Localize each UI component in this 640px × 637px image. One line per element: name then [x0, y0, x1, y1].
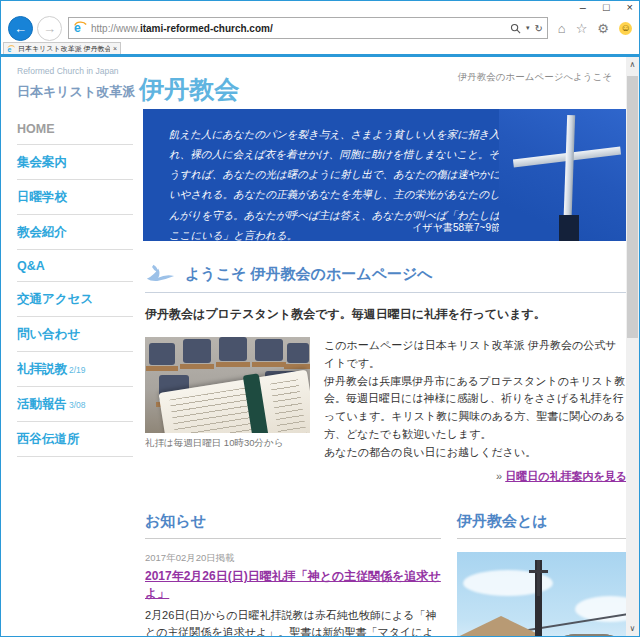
sidebar-item-sermons[interactable]: 礼拝説教2/19	[17, 352, 133, 387]
welcome-body-line1: このホームページは日本キリスト改革派 伊丹教会の公式サイトです。	[324, 337, 627, 373]
cross-photo	[499, 109, 627, 241]
about-section: 伊丹教会とは	[457, 512, 627, 637]
dove-icon	[145, 263, 175, 285]
church-roof	[457, 616, 563, 637]
back-button[interactable]: ←	[8, 16, 33, 41]
tab-bar: e 日本キリスト改革派 伊丹教会... ×	[1, 42, 639, 54]
scroll-down-icon[interactable]: ∨	[630, 621, 636, 636]
link-arrow-icon: »	[496, 470, 502, 482]
church-building-photo	[457, 552, 627, 637]
home-icon[interactable]: ⌂	[558, 21, 566, 36]
sidebar-item-meetings[interactable]: 集会案内	[17, 145, 133, 180]
main-content: 飢えた人にあなたのパンを裂き与え、さまよう貧しい人を家に招き入れ、裸の人に会えば…	[143, 109, 633, 636]
news-section: お知らせ 2017年02月20日掲載 2017年2月26日(日)日曜礼拝「神との…	[145, 512, 441, 637]
sidebar-item-contact[interactable]: 問い合わせ	[17, 317, 133, 352]
rooftop-cross	[537, 560, 540, 596]
refresh-icon[interactable]: ↻	[534, 23, 542, 34]
news-item-body: 2月26日(日)からの日曜礼拝説教は赤石純也牧師による「神との主従関係を追求せよ…	[145, 607, 441, 637]
sidebar-item-church-intro[interactable]: 教会紹介	[17, 215, 133, 250]
welcome-body: このホームページは日本キリスト改革派 伊丹教会の公式サイトです。 伊丹教会は兵庫…	[324, 337, 627, 486]
scrollbar[interactable]: ∧ ∨	[626, 57, 639, 636]
about-heading: 伊丹教会とは	[457, 512, 627, 539]
feedback-smiley-icon[interactable]: ☺	[619, 22, 632, 35]
welcome-body-line2: 伊丹教会は兵庫県伊丹市にあるプロテスタントのキリスト教会。毎週日曜日には神様に感…	[324, 373, 627, 444]
search-icon[interactable]	[510, 23, 521, 34]
sidebar-nav: HOME 集会案内 日曜学校 教会紹介 Q&A 交通アクセス 問い合わせ 礼拝説…	[1, 109, 143, 457]
verse-banner: 飢えた人にあなたのパンを裂き与え、さまよう貧しい人を家に招き入れ、裸の人に会えば…	[143, 109, 627, 241]
cross-base	[559, 215, 579, 241]
tab-title: 日本キリスト改革派 伊丹教会...	[18, 44, 110, 54]
ie-icon: e	[73, 21, 87, 35]
sidebar-item-nishitani[interactable]: 西谷伝道所	[17, 422, 133, 457]
browser-navbar: ← → e http://www.itami-reformed-church.c…	[1, 14, 639, 42]
scrollbar-thumb[interactable]	[627, 76, 638, 338]
news-item-link[interactable]: 2017年2月26日(日)日曜礼拝「神との主従関係を追求せよ」	[145, 568, 441, 602]
bible-photo-caption: 礼拝は毎週日曜日 10時30分から	[145, 437, 310, 450]
intro-bold-text: 伊丹教会はプロテスタント教会です。毎週日曜日に礼拝を行っています。	[145, 306, 627, 323]
page-viewport: ∧ ∨ Reformed Church in Japan 日本キリスト改革派伊丹…	[1, 57, 639, 636]
tab-close-icon[interactable]: ×	[113, 45, 117, 52]
search-dropdown-icon[interactable]: ▾	[526, 24, 530, 32]
favorites-star-icon[interactable]: ☆	[576, 21, 588, 36]
site-logo[interactable]: Reformed Church in Japan 日本キリスト改革派伊丹教会	[17, 67, 239, 102]
sidebar-item-sunday-school[interactable]: 日曜学校	[17, 180, 133, 215]
settings-gear-icon[interactable]: ⚙	[597, 21, 609, 36]
site-header: Reformed Church in Japan 日本キリスト改革派伊丹教会 伊…	[1, 57, 626, 109]
news-heading: お知らせ	[145, 512, 441, 539]
welcome-heading: ようこそ 伊丹教会のホームページへ	[185, 265, 433, 284]
logo-denomination: 日本キリスト改革派	[17, 84, 135, 99]
chair-shape	[149, 343, 175, 365]
close-button[interactable]: ×	[627, 1, 633, 14]
ie-tab-icon: e	[7, 45, 15, 53]
url-text: http://www.itami-reformed-church.com/	[91, 23, 510, 34]
news-item: 2017年02月20日掲載 2017年2月26日(日)日曜礼拝「神との主従関係を…	[145, 552, 441, 637]
window-titlebar: – □ ×	[1, 1, 639, 14]
address-bar[interactable]: e http://www.itami-reformed-church.com/ …	[68, 17, 548, 39]
sidebar-item-home[interactable]: HOME	[17, 113, 133, 145]
minimize-button[interactable]: –	[580, 1, 586, 14]
header-welcome-text: 伊丹教会のホームページへようこそ	[458, 71, 612, 84]
maximize-button[interactable]: □	[603, 1, 610, 14]
bible-photo	[145, 337, 310, 433]
forward-button[interactable]: →	[37, 16, 62, 41]
welcome-section-header: ようこそ 伊丹教会のホームページへ	[145, 263, 627, 293]
worship-guide-link[interactable]: 日曜日の礼拝案内を見る	[505, 470, 627, 482]
bible-verse-reference: イザヤ書58章7~9節	[169, 221, 501, 235]
browser-tab[interactable]: e 日本キリスト改革派 伊丹教会... ×	[3, 42, 121, 54]
chair-shape	[183, 339, 211, 363]
bible-text-lines	[170, 387, 257, 433]
welcome-body-line3: あなたの都合の良い日にお越しください。	[324, 444, 627, 462]
chair-shape	[255, 339, 283, 361]
scroll-up-icon[interactable]: ∧	[630, 57, 636, 72]
bible-text-lines	[270, 379, 306, 433]
sidebar-item-qa[interactable]: Q&A	[17, 250, 133, 282]
news-item-date: 2017年02月20日掲載	[145, 552, 441, 565]
logo-church-name: 伊丹教会	[139, 75, 239, 103]
chair-shape	[287, 343, 309, 363]
browser-window: – □ × ← → e http://www.itami-reformed-ch…	[0, 0, 640, 637]
rooftop-cross-bar	[529, 570, 548, 573]
sidebar-item-sermons-date: 2/19	[69, 365, 86, 375]
sidebar-item-activity-date: 3/08	[69, 400, 86, 410]
sidebar-item-access[interactable]: 交通アクセス	[17, 282, 133, 317]
chair-shape	[219, 337, 247, 361]
sidebar-item-activity-report[interactable]: 活動報告3/08	[17, 387, 133, 422]
